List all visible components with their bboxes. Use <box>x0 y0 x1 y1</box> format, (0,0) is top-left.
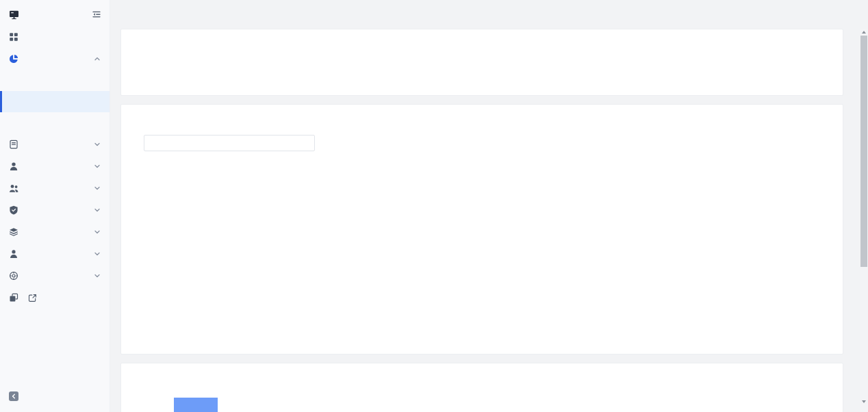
sidebar <box>0 0 110 412</box>
sidebar-nav <box>0 26 110 309</box>
integration-icon <box>9 293 18 302</box>
scrollbar-thumb[interactable] <box>860 36 867 267</box>
login-activity-card <box>120 104 843 355</box>
back-button[interactable] <box>9 391 24 403</box>
security-shield-icon <box>9 205 18 215</box>
sidebar-item-data-panel[interactable] <box>0 48 110 70</box>
menu-collapse-icon[interactable] <box>92 10 101 19</box>
external-link-icon <box>28 294 37 302</box>
chevron-up-icon <box>94 55 101 62</box>
sidebar-item-home[interactable] <box>0 26 110 48</box>
sidebar-header <box>0 0 110 23</box>
admins-icon <box>9 183 18 193</box>
sidebar-item-members[interactable] <box>0 155 110 177</box>
settings-gear-icon <box>9 271 18 281</box>
space-usage-card <box>120 363 843 412</box>
home-icon <box>9 32 18 42</box>
sidebar-item-security[interactable] <box>0 199 110 221</box>
chevron-down-icon <box>94 163 101 170</box>
sidebar-item-enterprise-settings[interactable] <box>0 265 110 287</box>
scrollbar-up-arrow[interactable] <box>860 29 868 36</box>
scrollbar-down-arrow[interactable] <box>860 398 868 405</box>
dashboard-pie-icon <box>9 54 18 64</box>
sidebar-item-admins[interactable] <box>0 177 110 199</box>
chevron-down-icon <box>94 229 101 235</box>
members-icon <box>9 162 18 171</box>
sidebar-subitem-user-stats[interactable] <box>0 91 110 112</box>
sidebar-item-content[interactable] <box>0 221 110 243</box>
admin-console-app <box>0 0 868 412</box>
vertical-scrollbar[interactable] <box>860 29 868 412</box>
space-chart-bar <box>174 398 218 412</box>
main-content <box>110 0 860 412</box>
sidebar-item-audit[interactable] <box>0 133 110 155</box>
sidebar-subitem-file-stats[interactable] <box>0 112 110 133</box>
chevron-down-icon <box>94 141 101 148</box>
monitor-icon <box>9 10 19 20</box>
sidebar-subitem-space-stats[interactable] <box>0 70 110 91</box>
sidebar-item-approval[interactable] <box>0 243 110 265</box>
chevron-down-icon <box>94 185 101 192</box>
audit-icon <box>9 140 18 149</box>
date-range-picker[interactable] <box>144 135 315 151</box>
login-activity-line-chart <box>132 157 844 348</box>
activity-filter-row <box>132 135 315 151</box>
approval-icon <box>9 249 18 259</box>
sidebar-item-integration-center[interactable] <box>0 287 110 309</box>
back-icon <box>9 391 18 403</box>
chevron-down-icon <box>94 272 101 279</box>
chevron-down-icon <box>94 207 101 214</box>
chevron-down-icon <box>94 250 101 257</box>
stats-card <box>120 29 843 96</box>
content-layers-icon <box>9 227 18 237</box>
